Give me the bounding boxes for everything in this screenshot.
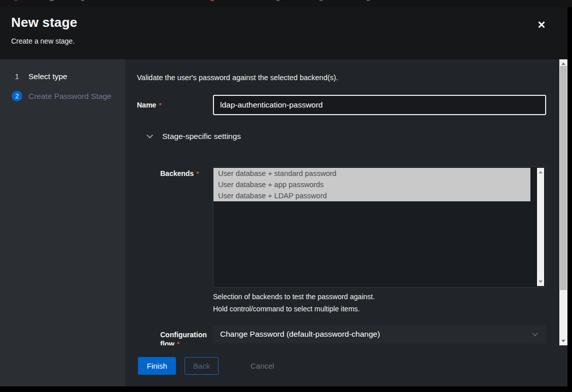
backends-form-row: Backends* User database + standard passw… — [160, 166, 546, 288]
backend-option-selected[interactable]: User database + standard password — [213, 168, 530, 179]
backdrop-artifact — [14, 0, 17, 1]
back-button[interactable]: Back — [185, 357, 219, 375]
backdrop-page-edge — [0, 0, 572, 7]
backends-label-box: Backends* — [160, 166, 213, 288]
backdrop-artifact — [210, 0, 214, 1]
wizard-footer: Finish Back Cancel — [125, 345, 567, 386]
configuration-flow-label: Configuration flow — [160, 331, 207, 345]
vertical-scrollbar[interactable] — [559, 59, 567, 345]
backdrop-artifact — [319, 0, 323, 1]
backends-help-text: Selection of backends to test the passwo… — [213, 293, 546, 301]
cancel-link[interactable]: Cancel — [251, 362, 274, 370]
step-label: Select type — [28, 72, 67, 81]
backends-multiselect[interactable]: User database + standard password User d… — [213, 166, 546, 288]
name-input[interactable] — [213, 95, 546, 115]
step-number: 1 — [12, 71, 22, 82]
configuration-flow-label-box: Configuration flow* — [160, 325, 213, 345]
required-asterisk: * — [196, 170, 199, 177]
backdrop-artifact — [276, 0, 279, 1]
backends-label: Backends — [160, 169, 194, 177]
backdrop-artifact — [81, 0, 84, 1]
modal-body: 1 Select type 2 Create Password Stage Va… — [0, 59, 567, 386]
backend-option-selected[interactable]: User database + LDAP password — [213, 190, 530, 201]
backend-option-selected[interactable]: User database + app passwords — [213, 179, 530, 190]
wizard-step-create-password-stage[interactable]: 2 Create Password Stage — [0, 86, 125, 106]
modal-subtitle: Create a new stage. — [11, 37, 556, 45]
backends-help-text: Hold control/command to select multiple … — [213, 305, 546, 313]
stage-description: Validate the user's password against the… — [137, 74, 546, 82]
required-asterisk: * — [177, 340, 180, 345]
step-label: Create Password Stage — [28, 92, 112, 101]
required-asterisk: * — [159, 101, 161, 109]
page-title: New stage — [11, 15, 556, 30]
modal-header: New stage Create a new stage. ✕ — [0, 7, 567, 59]
listbox-scrollbar[interactable] — [537, 168, 544, 286]
wizard-step-select-type[interactable]: 1 Select type — [0, 66, 125, 86]
name-label: Name — [137, 101, 156, 109]
chevron-down-icon — [147, 132, 153, 138]
finish-button[interactable]: Finish — [138, 357, 176, 375]
step-number-badge: 2 — [12, 91, 22, 101]
scroll-up-icon[interactable] — [539, 171, 543, 173]
wizard-sidebar: 1 Select type 2 Create Password Stage — [0, 59, 125, 386]
form-scroll-area: Validate the user's password against the… — [125, 59, 559, 345]
expander-label: Stage-specific settings — [162, 132, 241, 141]
wizard-main-panel: Validate the user's password against the… — [125, 59, 567, 386]
caret-down-icon — [532, 330, 538, 336]
close-icon[interactable]: ✕ — [535, 18, 548, 31]
backdrop-artifact — [367, 0, 370, 1]
configuration-flow-form-row: Configuration flow* Change Password (def… — [160, 325, 546, 345]
backdrop-artifact — [50, 0, 54, 1]
name-label-box: Name* — [137, 95, 213, 116]
scrollbar-thumb[interactable] — [560, 66, 567, 290]
name-form-row: Name* — [137, 95, 546, 116]
new-stage-modal: New stage Create a new stage. ✕ 1 Select… — [0, 7, 567, 386]
scroll-down-icon[interactable] — [561, 340, 565, 342]
scroll-down-icon[interactable] — [539, 280, 543, 283]
stage-specific-settings-expander[interactable]: Stage-specific settings — [148, 132, 559, 141]
scroll-up-icon[interactable] — [561, 62, 565, 65]
configuration-flow-select[interactable]: Change Password (default-password-change… — [213, 325, 546, 343]
selected-flow-value: Change Password (default-password-change… — [220, 330, 380, 339]
